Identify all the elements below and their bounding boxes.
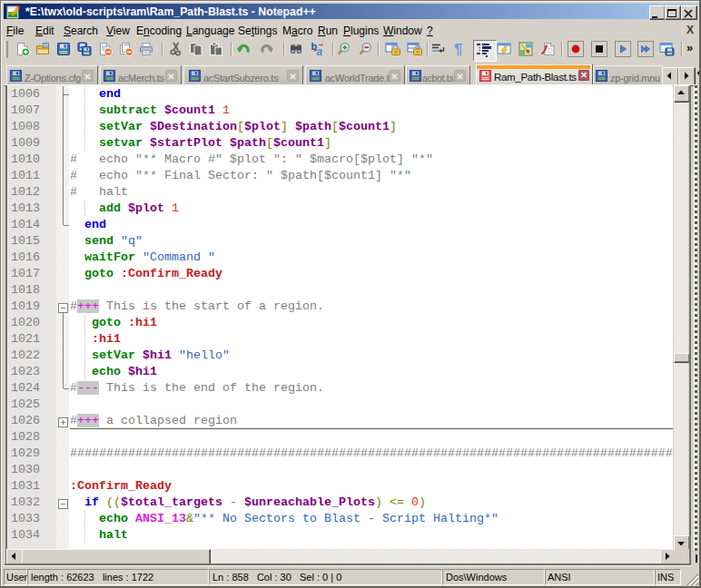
svg-text:¶: ¶ <box>454 42 462 56</box>
svg-text:a: a <box>317 45 323 57</box>
svg-text:D: D <box>548 46 553 54</box>
